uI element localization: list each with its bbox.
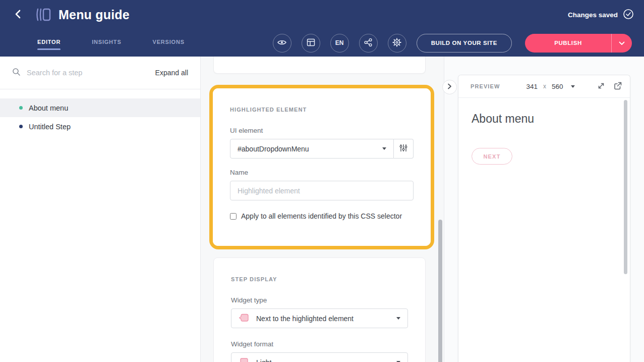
step-status-dot (19, 106, 23, 110)
highlighted-element-name-input[interactable] (230, 181, 414, 200)
topbar-controls: EN (273, 34, 632, 53)
page-title: Menu guide (58, 8, 130, 22)
tab-editor[interactable]: EDITOR (37, 34, 61, 52)
widget-type-value: Next to the highlighted element (256, 315, 354, 323)
chevron-right-icon (447, 83, 452, 91)
steps-sidebar: Expand all About menu Untitled Step (0, 57, 201, 362)
layout-button[interactable] (302, 34, 320, 53)
preview-header: PREVIEW 341 x 560 (458, 75, 630, 98)
tab-insights[interactable]: INSIGHTS (92, 34, 121, 52)
preview-eye-button[interactable] (273, 34, 291, 53)
step-list: About menu Untitled Step (0, 89, 200, 136)
topbar-tabs-row: EDITOR INSIGHTS VERSIONS EN (0, 29, 644, 57)
widget-format-select[interactable]: Light (231, 352, 408, 362)
caret-down-icon (382, 147, 386, 150)
step-editor-column: HIGHLIGHTED ELEMENT UI element #aboutDro… (201, 57, 444, 362)
format-widget-icon (239, 357, 249, 362)
fullscreen-preview-button[interactable] (597, 81, 606, 92)
section-title-highlighted-element: HIGHLIGHTED ELEMENT (230, 107, 414, 113)
widget-format-label: Widget format (231, 340, 408, 348)
external-link-icon (613, 81, 622, 92)
preview-step-title: About menu (472, 112, 617, 126)
preview-scrollbar-thumb[interactable] (624, 100, 627, 274)
topbar: Menu guide Changes saved EDITOR INSIGHTS… (0, 0, 644, 57)
expand-all-link[interactable]: Expand all (155, 69, 188, 77)
step-label: About menu (29, 104, 68, 112)
sliders-icon (399, 143, 408, 154)
gear-icon (392, 38, 401, 48)
layout-panel-icon (307, 38, 315, 48)
step-item-untitled-step[interactable]: Untitled Step (0, 117, 200, 136)
apply-all-checkbox[interactable] (230, 213, 237, 220)
previous-settings-card-partial (213, 57, 426, 74)
highlighted-element-card: HIGHLIGHTED ELEMENT UI element #aboutDro… (213, 88, 431, 246)
language-label: EN (335, 39, 344, 46)
main-tabs: EDITOR INSIGHTS VERSIONS (37, 29, 185, 57)
section-title-step-display: STEP DISPLAY (231, 276, 408, 282)
ui-element-select[interactable]: #aboutDropdownMenu (230, 139, 394, 159)
ui-element-value: #aboutDropdownMenu (238, 145, 309, 153)
preview-size-selector[interactable]: 341 x 560 (526, 83, 574, 90)
name-label: Name (230, 169, 414, 176)
share-button[interactable] (359, 34, 378, 53)
step-display-card: STEP DISPLAY Widget type Next to the hig… (213, 257, 426, 362)
widget-type-label: Widget type (231, 296, 408, 304)
build-on-your-site-button[interactable]: BUILD ON YOUR SITE (417, 34, 512, 53)
search-icon (12, 68, 21, 78)
size-separator: x (543, 83, 546, 90)
preview-body: About menu NEXT (458, 98, 630, 179)
caret-down-icon (571, 85, 575, 88)
settings-button[interactable] (388, 34, 406, 53)
open-in-new-window-button[interactable] (613, 81, 622, 92)
ui-element-select-row: #aboutDropdownMenu (230, 139, 414, 159)
check-circle-icon (623, 9, 634, 21)
tooltip-widget-icon (239, 313, 249, 324)
preview-height-value: 560 (552, 83, 563, 90)
apply-all-checkbox-label: Apply to all elements identified by this… (241, 212, 402, 220)
editor-scrollbar-thumb[interactable] (438, 220, 442, 362)
chevron-down-icon (619, 38, 625, 47)
ui-element-label: UI element (230, 127, 414, 134)
publish-dropdown-button[interactable] (612, 34, 632, 53)
step-label: Untitled Step (29, 123, 71, 131)
back-chevron-icon (14, 9, 22, 21)
widget-type-select[interactable]: Next to the highlighted element (231, 308, 408, 328)
changes-saved-status: Changes saved (568, 9, 634, 21)
back-button[interactable] (8, 5, 28, 25)
language-button[interactable]: EN (330, 34, 349, 53)
step-item-about-menu[interactable]: About menu (0, 98, 200, 117)
preview-title: PREVIEW (471, 83, 500, 89)
preview-width-value: 341 (526, 83, 538, 90)
eye-icon (277, 38, 287, 48)
changes-saved-label: Changes saved (568, 11, 618, 19)
tab-versions[interactable]: VERSIONS (153, 34, 185, 52)
preview-area: PREVIEW 341 x 560 (444, 57, 644, 362)
publish-split-button: PUBLISH (525, 34, 632, 53)
widget-format-value: Light (256, 358, 271, 362)
selector-settings-button[interactable] (394, 139, 414, 159)
preview-panel: PREVIEW 341 x 560 (458, 75, 630, 362)
guide-type-logo-icon (35, 8, 51, 22)
highlighted-element-ring: HIGHLIGHTED ELEMENT UI element #aboutDro… (209, 85, 434, 249)
expand-arrows-icon (597, 81, 606, 92)
preview-header-icons (597, 81, 622, 92)
search-step-input[interactable] (27, 69, 155, 77)
step-search-row: Expand all (0, 57, 200, 89)
apply-all-checkbox-row[interactable]: Apply to all elements identified by this… (230, 212, 414, 220)
caret-down-icon (396, 317, 400, 320)
share-icon (364, 38, 373, 48)
collapse-preview-button[interactable] (442, 80, 457, 94)
publish-button[interactable]: PUBLISH (525, 34, 612, 53)
preview-next-button[interactable]: NEXT (472, 148, 512, 165)
step-status-dot (19, 125, 23, 128)
topbar-title-row: Menu guide Changes saved (0, 0, 644, 29)
